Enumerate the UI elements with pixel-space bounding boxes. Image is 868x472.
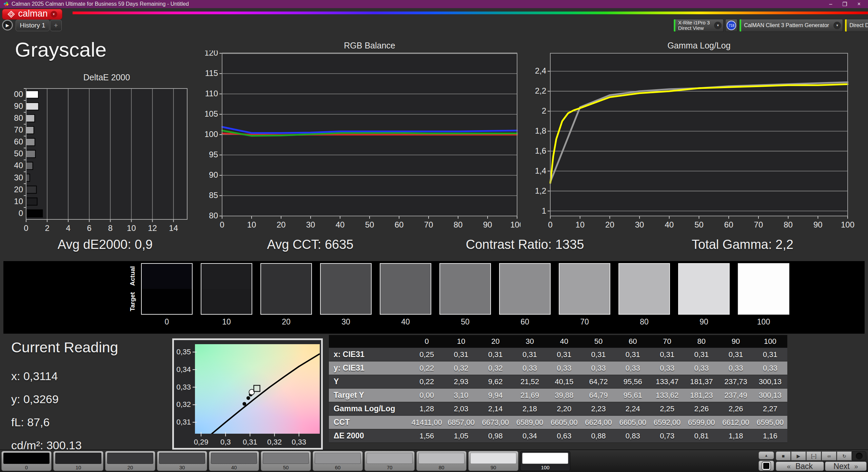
titlebar: Calman 2025 Calman Ultimate for Business… bbox=[0, 0, 868, 8]
stop-button[interactable]: ■ bbox=[776, 451, 791, 460]
table-value-cell: 95,56 bbox=[616, 375, 650, 389]
pattern-button-20[interactable]: 20 bbox=[105, 451, 155, 471]
table-col-header-80: 80 bbox=[684, 335, 718, 348]
ramp-swatch-label: 10 bbox=[201, 317, 252, 327]
refresh-button[interactable]: ↻ bbox=[837, 451, 852, 460]
meter-badge-button[interactable]: 718 bbox=[725, 19, 737, 32]
pattern-window-button[interactable] bbox=[758, 460, 774, 471]
step-button[interactable]: [–] bbox=[806, 451, 821, 460]
next-label: Next bbox=[833, 462, 849, 471]
table-col-header-10: 10 bbox=[444, 335, 478, 348]
continuous-button[interactable]: ∞ bbox=[822, 451, 836, 460]
svg-text:0,29: 0,29 bbox=[194, 438, 209, 446]
table-row-label: y: CIE31 bbox=[329, 361, 410, 375]
table-value-cell: 64,72 bbox=[581, 375, 615, 389]
svg-text:40: 40 bbox=[665, 220, 674, 229]
gamma-chart-title: Gamma Log/Log bbox=[550, 41, 848, 51]
ramp-swatch-label: 40 bbox=[380, 317, 431, 327]
table-value-cell: 0,33 bbox=[684, 361, 718, 375]
pattern-button-80[interactable]: 80 bbox=[416, 451, 467, 471]
table-value-cell: 0,31 bbox=[444, 348, 478, 361]
table-value-cell: 0,33 bbox=[547, 361, 581, 375]
current-reading: Current Reading x: 0,3114y: 0,3269fL: 87… bbox=[11, 339, 118, 457]
svg-text:50: 50 bbox=[365, 220, 374, 229]
ramp-swatch-label: 50 bbox=[439, 317, 491, 327]
svg-text:70: 70 bbox=[754, 220, 763, 229]
pattern-generator-label: CalMAN Client 3 Pattern Generator bbox=[741, 23, 832, 28]
table-value-cell: 1,05 bbox=[444, 429, 478, 443]
table-value-cell: 6612,00 bbox=[718, 416, 753, 429]
pattern-button-70[interactable]: 70 bbox=[364, 451, 415, 471]
table-col-header-90: 90 bbox=[718, 335, 753, 348]
chevrons-left-icon: « bbox=[787, 463, 791, 470]
maximize-button[interactable]: ❐ bbox=[842, 1, 847, 7]
ramp-swatch-50: 50 bbox=[439, 263, 499, 327]
chevrons-right-icon: » bbox=[854, 463, 858, 470]
pattern-button-90[interactable]: 90 bbox=[468, 451, 518, 471]
minimize-button[interactable]: – bbox=[829, 1, 832, 7]
svg-text:4: 4 bbox=[66, 223, 71, 233]
current-reading-title: Current Reading bbox=[11, 339, 118, 356]
pattern-button-0[interactable]: 0 bbox=[1, 451, 52, 471]
ramp-swatch-90: 90 bbox=[678, 263, 738, 327]
table-value-cell: 1,28 bbox=[410, 402, 444, 416]
svg-text:8: 8 bbox=[108, 223, 113, 233]
ramp-swatch-label: 0 bbox=[141, 317, 193, 327]
page-title: Grayscale bbox=[15, 38, 106, 61]
svg-text:0,33: 0,33 bbox=[292, 438, 306, 446]
ramp-swatch-label: 20 bbox=[260, 317, 312, 327]
next-button[interactable]: Next » bbox=[825, 461, 867, 471]
table-value-cell: 2,03 bbox=[444, 402, 478, 416]
svg-text:0,32: 0,32 bbox=[176, 400, 191, 409]
pattern-generator-button[interactable]: CalMAN Client 3 Pattern Generator ▼ bbox=[739, 19, 843, 32]
meter-mode: Direct View bbox=[678, 25, 704, 31]
pattern-button-10[interactable]: 10 bbox=[53, 451, 103, 471]
close-button[interactable]: × bbox=[857, 1, 861, 7]
device-toolbar: X-Rite i1Pro 3 Direct View ▼ 718 CalMAN … bbox=[673, 19, 868, 32]
display-control-button[interactable]: Direct Display Control ▼ bbox=[845, 19, 868, 32]
svg-text:30: 30 bbox=[635, 220, 644, 229]
expand-panel-button[interactable]: ▲ bbox=[758, 451, 774, 459]
deltae-chart: DeltaE 2000 0246810121410090807060504030… bbox=[14, 73, 190, 235]
svg-text:0,3: 0,3 bbox=[220, 438, 231, 446]
pattern-button-100[interactable]: 100 bbox=[520, 451, 570, 471]
svg-text:80: 80 bbox=[14, 113, 23, 122]
svg-text:0,35: 0,35 bbox=[176, 348, 191, 356]
svg-text:80: 80 bbox=[209, 211, 218, 220]
ramp-swatch-10: 10 bbox=[201, 263, 260, 327]
tab-history-1[interactable]: History 1 bbox=[16, 20, 50, 31]
table-value-cell: 21,69 bbox=[513, 389, 547, 402]
svg-text:1,4: 1,4 bbox=[535, 166, 546, 175]
table-value-cell: 0,22 bbox=[410, 375, 444, 389]
ramp-swatch-40: 40 bbox=[380, 263, 439, 327]
tab-bar: ▶ History 1 + X-Rite i1Pro 3 Direct View… bbox=[0, 19, 868, 33]
table-value-cell: 0,31 bbox=[581, 348, 615, 361]
svg-text:10: 10 bbox=[14, 197, 23, 206]
svg-text:1,6: 1,6 bbox=[535, 146, 546, 155]
stat-avg-de2000: Avg dE2000: 0,9 bbox=[58, 237, 153, 252]
svg-text:0,31: 0,31 bbox=[243, 438, 257, 446]
svg-text:12: 12 bbox=[148, 223, 157, 233]
table-row-label: x: CIE31 bbox=[329, 348, 410, 361]
back-button[interactable]: « Back bbox=[776, 461, 824, 471]
ramp-swatch-label: 60 bbox=[499, 317, 551, 327]
table-col-header-70: 70 bbox=[650, 335, 684, 348]
table-corner bbox=[329, 335, 410, 348]
pattern-button-30[interactable]: 30 bbox=[157, 451, 207, 471]
pattern-button-40[interactable]: 40 bbox=[209, 451, 259, 471]
play-button[interactable]: ▶ bbox=[791, 451, 806, 460]
pattern-button-50[interactable]: 50 bbox=[261, 451, 311, 471]
table-value-cell: 0,31 bbox=[616, 348, 650, 361]
svg-text:120: 120 bbox=[205, 51, 218, 57]
table-value-cell: 0,33 bbox=[753, 361, 787, 375]
svg-text:40: 40 bbox=[14, 161, 23, 170]
table-value-cell: 6857,00 bbox=[444, 416, 478, 429]
add-tab-button[interactable]: + bbox=[50, 20, 62, 31]
pattern-button-60[interactable]: 60 bbox=[313, 451, 363, 471]
svg-text:6: 6 bbox=[87, 223, 92, 233]
meter-button[interactable]: X-Rite i1Pro 3 Direct View ▼ bbox=[673, 19, 724, 32]
calman-menu-button[interactable]: calman ▼ bbox=[2, 9, 62, 20]
chevron-down-icon: ▼ bbox=[833, 22, 841, 29]
status-led bbox=[856, 453, 863, 459]
tab-scroll-button[interactable]: ▶ bbox=[2, 20, 13, 31]
